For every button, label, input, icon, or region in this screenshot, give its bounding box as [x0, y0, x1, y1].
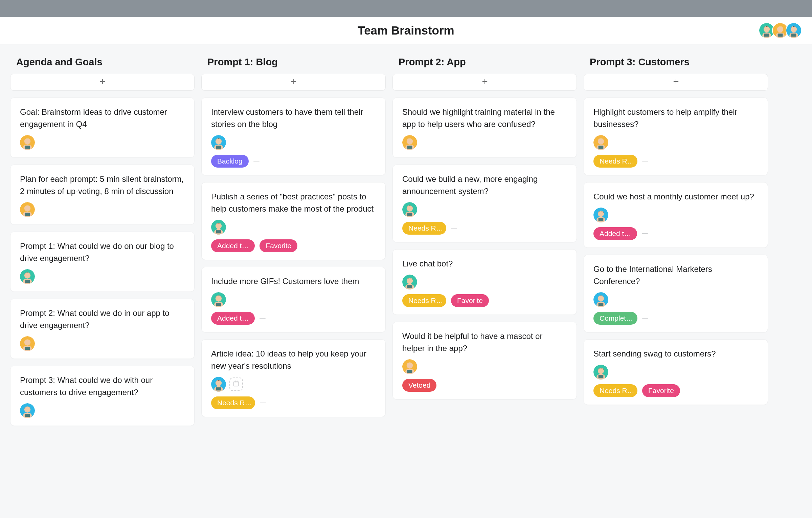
svg-point-45: [216, 295, 222, 301]
plus-icon: [672, 78, 680, 87]
assignee-avatar[interactable]: [402, 135, 417, 150]
card-tag[interactable]: Backlog: [211, 155, 249, 168]
card-tags: Needs R…: [402, 222, 567, 235]
task-card[interactable]: Live chat bot? Needs R…Favorite: [392, 249, 577, 315]
card-tag[interactable]: Favorite: [642, 384, 680, 397]
assignee-avatar[interactable]: [20, 403, 35, 418]
card-tag[interactable]: Needs R…: [593, 384, 637, 397]
column-title[interactable]: Prompt 1: Blog: [201, 55, 386, 74]
svg-point-15: [24, 138, 30, 144]
add-tag-placeholder[interactable]: [642, 318, 648, 319]
add-tag-placeholder[interactable]: [253, 161, 260, 161]
card-tags: Needs R…: [211, 396, 376, 409]
task-card[interactable]: Prompt 2: What could we do in our app to…: [10, 299, 195, 359]
add-tag-placeholder[interactable]: [642, 233, 648, 234]
add-tag-placeholder[interactable]: [642, 161, 648, 161]
card-tag[interactable]: Added t…: [211, 312, 255, 325]
card-tags: Needs R…Favorite: [593, 384, 758, 397]
svg-rect-79: [599, 146, 604, 149]
task-card[interactable]: Start sending swag to customers? Needs R…: [584, 339, 768, 405]
card-meta: [593, 365, 758, 380]
task-card[interactable]: Plan for each prompt: 5 min silent brain…: [10, 165, 195, 225]
add-card-button[interactable]: [584, 74, 768, 91]
task-card[interactable]: Could we build a new, more engaging anno…: [392, 165, 577, 242]
card-text: Go to the International Marketers Confer…: [593, 263, 758, 287]
task-card[interactable]: Prompt 1: What could we do on our blog t…: [10, 232, 195, 292]
board-column: Prompt 3: CustomersHighlight customers t…: [584, 55, 768, 412]
add-card-button[interactable]: [201, 74, 386, 91]
task-card[interactable]: Should we highlight training material in…: [392, 98, 577, 158]
task-card[interactable]: Prompt 3: What could we do with our cust…: [10, 366, 195, 426]
task-card[interactable]: Article idea: 10 ideas to help you keep …: [201, 339, 386, 417]
card-text: Article idea: 10 ideas to help you keep …: [211, 348, 376, 372]
member-avatar[interactable]: [786, 22, 802, 39]
window-chrome: [0, 0, 812, 17]
column-title[interactable]: Prompt 2: App: [392, 55, 577, 74]
card-tag[interactable]: Added t…: [593, 227, 637, 240]
task-card[interactable]: Could we host a monthly customer meet up…: [584, 182, 768, 248]
card-tags: Needs R…Favorite: [402, 294, 567, 307]
task-card[interactable]: Publish a series of "best practices" pos…: [201, 182, 386, 260]
assignee-avatar[interactable]: [593, 208, 608, 222]
assignee-avatar[interactable]: [20, 135, 35, 150]
task-card[interactable]: Interview customers to have them tell th…: [201, 98, 386, 175]
svg-rect-52: [234, 382, 239, 386]
svg-point-67: [407, 278, 413, 284]
assignee-avatar[interactable]: [20, 202, 35, 217]
assignee-avatar[interactable]: [402, 202, 417, 217]
board-column: Agenda and GoalsGoal: Brainstorm ideas t…: [10, 55, 195, 433]
add-card-button[interactable]: [10, 74, 195, 91]
assignee-avatar[interactable]: [402, 359, 417, 374]
card-tag[interactable]: Favorite: [260, 239, 297, 252]
card-tags: Needs R…: [593, 155, 758, 168]
board-column: Prompt 2: AppShould we highlight trainin…: [392, 55, 577, 406]
add-tag-placeholder[interactable]: [451, 228, 457, 229]
board-members[interactable]: [761, 22, 802, 39]
svg-rect-65: [407, 213, 412, 216]
assignee-avatar[interactable]: [593, 292, 608, 307]
assignee-avatar[interactable]: [20, 269, 35, 284]
svg-point-89: [598, 368, 604, 374]
task-card[interactable]: Would it be helpful to have a mascot or …: [392, 322, 577, 400]
task-card[interactable]: Goal: Brainstorm ideas to drive customer…: [10, 98, 195, 158]
card-meta: [402, 202, 567, 217]
card-tag[interactable]: Complet…: [593, 312, 637, 325]
card-meta: [593, 292, 758, 307]
card-meta: [211, 135, 376, 150]
add-tag-placeholder[interactable]: [260, 318, 266, 319]
svg-point-85: [598, 295, 604, 301]
svg-rect-39: [216, 146, 221, 149]
assignee-avatar[interactable]: [211, 377, 226, 392]
card-text: Plan for each prompt: 5 min silent brain…: [20, 173, 185, 197]
board-header: Team Brainstorm: [0, 17, 812, 44]
svg-point-31: [24, 406, 30, 412]
card-tag[interactable]: Vetoed: [402, 379, 436, 392]
assignee-avatar[interactable]: [20, 336, 35, 351]
card-tag[interactable]: Needs R…: [402, 294, 446, 307]
svg-point-23: [24, 272, 30, 278]
card-text: Should we highlight training material in…: [402, 106, 567, 130]
due-date-chip[interactable]: [229, 377, 243, 391]
column-title[interactable]: Agenda and Goals: [10, 55, 195, 74]
task-card[interactable]: Go to the International Marketers Confer…: [584, 255, 768, 332]
card-text: Include more GIFs! Customers love them: [211, 275, 376, 287]
add-tag-placeholder[interactable]: [260, 403, 266, 403]
card-tag[interactable]: Favorite: [451, 294, 489, 307]
card-tag[interactable]: Needs R…: [593, 155, 637, 168]
card-tag[interactable]: Needs R…: [402, 222, 446, 235]
assignee-avatar[interactable]: [593, 365, 608, 380]
task-card[interactable]: Highlight customers to help amplify thei…: [584, 98, 768, 175]
card-text: Could we host a monthly customer meet up…: [593, 191, 758, 203]
task-card[interactable]: Include more GIFs! Customers love them A…: [201, 267, 386, 332]
card-tag[interactable]: Added t…: [211, 239, 255, 252]
assignee-avatar[interactable]: [211, 292, 226, 307]
svg-point-63: [407, 205, 413, 211]
assignee-avatar[interactable]: [211, 135, 226, 150]
card-tag[interactable]: Needs R…: [211, 396, 255, 409]
column-title[interactable]: Prompt 3: Customers: [584, 55, 768, 74]
add-card-button[interactable]: [392, 74, 577, 91]
assignee-avatar[interactable]: [593, 135, 608, 150]
assignee-avatar[interactable]: [402, 275, 417, 289]
svg-rect-21: [25, 213, 30, 216]
assignee-avatar[interactable]: [211, 220, 226, 235]
